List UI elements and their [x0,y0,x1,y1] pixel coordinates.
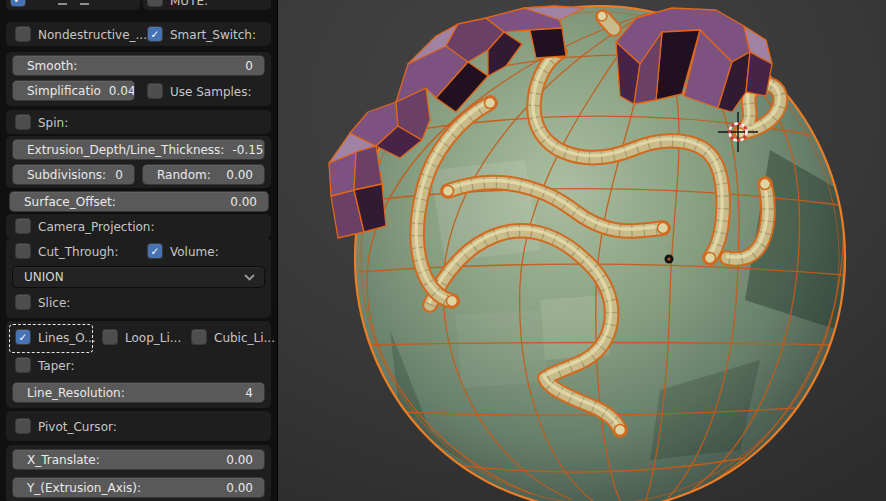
partial-top-checkbox[interactable] [11,0,25,6]
line-resolution-label: Line_Resolution: [27,386,125,400]
boolean-mode-value: UNION [24,270,64,284]
boolean-mode-dropdown[interactable]: UNION [13,267,264,287]
loop-lines-checkbox[interactable] [103,330,117,344]
x-translate-value: 0.00 [226,453,253,467]
x-translate-slider[interactable]: X_Translate: 0.00 [13,450,264,469]
x-translate-label: X_Translate: [27,453,100,467]
smooth-value: 0 [245,59,253,73]
subdivisions-slider[interactable]: Subdivisions: 0 [13,165,134,184]
slice-checkbox[interactable] [16,295,30,309]
pivot-cursor-checkbox[interactable] [16,419,30,433]
volume-label: Volume: [170,245,219,260]
slice-label: Slice: [38,296,70,311]
use-samples-label: Use Samples: [170,85,252,100]
y-extrusion-axis-label: Y_(Extrusion_Axis): [27,481,141,495]
subdivisions-value: 0 [115,168,123,182]
extrusion-box: Extrusion_Depth/Line_Thickness: -0.15 Su… [6,136,271,188]
y-extrusion-axis-slider[interactable]: Y_(Extrusion_Axis): 0.00 [13,478,264,497]
y-extrusion-axis-value: 0.00 [226,481,253,495]
random-slider[interactable]: Random: 0.00 [143,165,264,184]
lines-only-label: Lines_O... [38,331,96,346]
chevron-down-icon [244,274,255,281]
smart-switch-checkbox[interactable] [148,27,162,41]
extrusion-depth-value: -0.15 [232,143,263,157]
partial-top-left-box [6,0,140,10]
smooth-slider[interactable]: Smooth: 0 [13,56,264,75]
cut-through-checkbox[interactable] [16,244,30,258]
cut-through-label: Cut_Through: [38,245,119,260]
object-origin-dot [665,255,674,264]
camera-projection-label: Camera_Projection: [38,220,154,235]
camera-projection-box: Camera_Projection: [6,214,271,238]
simplification-slider[interactable]: Simplificatio 0.04 [13,81,134,100]
extrusion-depth-label: Extrusion_Depth/Line_Thickness: [27,143,224,157]
random-value: 0.00 [226,168,253,182]
surface-offset-label: Surface_Offset: [24,195,116,209]
blender-window: MUTE: Nondestructive_... Smart_Switch: S… [0,0,886,501]
volume-checkbox[interactable] [148,244,162,258]
lines-box: Lines_O... Loop_Li... Cubic_Li... Taper:… [6,321,271,408]
nondestructive-checkbox[interactable] [16,27,30,41]
lines-only-checkbox[interactable] [16,330,30,344]
mute-checkbox[interactable] [148,0,162,6]
mute-label: MUTE: [170,0,208,9]
truncated-label-fragment [80,3,89,5]
random-label: Random: [157,168,211,182]
translate-box: X_Translate: 0.00 Y_(Extrusion_Axis): 0.… [6,445,271,501]
switch-row-box: Nondestructive_... Smart_Switch: [6,22,271,46]
line-resolution-slider[interactable]: Line_Resolution: 4 [13,383,264,402]
loop-lines-label: Loop_Li... [125,331,181,346]
use-samples-checkbox[interactable] [148,84,162,98]
taper-label: Taper: [38,359,74,374]
subdivisions-label: Subdivisions: [27,168,106,182]
3d-viewport[interactable] [278,0,886,501]
simplification-label: Simplificatio [27,84,101,98]
surface-offset-value: 0.00 [230,195,257,209]
line-resolution-value: 4 [245,386,253,400]
spin-box: Spin: [6,110,271,134]
camera-projection-checkbox[interactable] [16,219,30,233]
surface-offset-slider[interactable]: Surface_Offset: 0.00 [10,192,268,211]
cubic-lines-checkbox[interactable] [192,330,206,344]
partial-top-right-box: MUTE: [143,0,271,10]
truncated-label-fragment [58,3,67,5]
extrusion-depth-slider[interactable]: Extrusion_Depth/Line_Thickness: -0.15 [13,140,264,159]
taper-checkbox[interactable] [16,358,30,372]
spin-checkbox[interactable] [16,115,30,129]
pivot-cursor-label: Pivot_Cursor: [38,420,117,435]
spin-label: Spin: [38,116,68,131]
smart-switch-label: Smart_Switch: [170,28,256,43]
nondestructive-label: Nondestructive_... [38,28,147,43]
cubic-lines-label: Cubic_Li... [214,331,275,346]
boolean-box: Cut_Through: Volume: UNION Slice: [6,238,271,318]
tool-options-panel: MUTE: Nondestructive_... Smart_Switch: S… [0,0,278,501]
pivot-cursor-box: Pivot_Cursor: [6,411,271,441]
smoothing-box: Smooth: 0 Simplificatio 0.04 Use Samples… [6,52,271,106]
simplification-value: 0.04 [109,84,134,98]
smooth-label: Smooth: [27,59,77,73]
